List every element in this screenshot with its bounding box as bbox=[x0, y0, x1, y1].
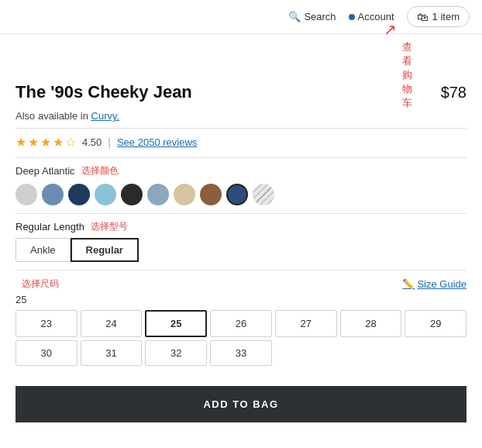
swatch-medium-blue[interactable] bbox=[42, 184, 64, 205]
cart-icon: 🛍 bbox=[417, 10, 429, 23]
length-label: Regular Length 选择型号 bbox=[15, 220, 467, 233]
size-guide-icon: ✏️ bbox=[402, 278, 415, 290]
size-30[interactable]: 30 bbox=[15, 340, 77, 366]
size-25[interactable]: 25 bbox=[145, 310, 207, 337]
star-half: ☆ bbox=[65, 135, 76, 150]
swatch-gray-stripe[interactable] bbox=[253, 184, 274, 205]
size-32[interactable]: 32 bbox=[145, 340, 207, 366]
swatch-tan[interactable] bbox=[174, 184, 195, 205]
swatch-black[interactable] bbox=[121, 184, 143, 205]
product-title: The '90s Cheeky Jean bbox=[15, 82, 192, 102]
size-annotation: 选择尺码 bbox=[22, 278, 59, 289]
size-31[interactable]: 31 bbox=[81, 340, 143, 366]
product-price: $78 bbox=[441, 84, 467, 102]
star-rating: ★ ★ ★ ★ ☆ bbox=[15, 135, 76, 150]
cart-item-count: 1 item bbox=[432, 11, 460, 22]
star-3: ★ bbox=[40, 135, 51, 150]
swatch-light-gray[interactable] bbox=[15, 184, 37, 205]
length-ankle-button[interactable]: Ankle bbox=[15, 238, 71, 262]
availability-line: Also available in Curvy. bbox=[15, 110, 467, 122]
size-section: 选择尺码 ✏️ Size Guide 25 23 24 25 26 27 28 … bbox=[15, 277, 467, 366]
cart-button[interactable]: 🛍 1 item bbox=[407, 6, 470, 27]
length-name: Regular Length bbox=[15, 221, 84, 233]
size-33[interactable]: 33 bbox=[210, 340, 272, 366]
cart-annotation-text: 查看购物车 bbox=[402, 40, 412, 110]
divider-2 bbox=[15, 157, 467, 158]
reviews-link[interactable]: See 2050 reviews bbox=[117, 136, 197, 148]
size-selected-value: 25 bbox=[15, 294, 467, 305]
length-options: Ankle Regular bbox=[15, 238, 467, 262]
star-1: ★ bbox=[15, 135, 26, 150]
annotation-arrow-icon: ↗ bbox=[384, 20, 397, 39]
search-icon: 🔍 bbox=[288, 11, 301, 22]
available-prefix: Also available in bbox=[15, 110, 91, 122]
color-swatches bbox=[15, 184, 467, 205]
color-annotation: 选择颜色 bbox=[81, 164, 119, 177]
size-guide-link[interactable]: ✏️ Size Guide bbox=[402, 278, 467, 290]
length-regular-button[interactable]: Regular bbox=[71, 238, 139, 262]
curvy-link[interactable]: Curvy. bbox=[91, 110, 120, 122]
account-dot-icon bbox=[349, 14, 355, 20]
swatch-deep-atlantic[interactable] bbox=[226, 184, 248, 205]
size-24[interactable]: 24 bbox=[81, 310, 143, 337]
size-guide-label: Size Guide bbox=[417, 278, 467, 290]
rating-row: ★ ★ ★ ★ ☆ 4.50 | See 2050 reviews bbox=[15, 135, 467, 150]
size-26[interactable]: 26 bbox=[210, 310, 272, 337]
search-button[interactable]: 🔍 Search bbox=[288, 11, 336, 22]
swatch-dark-navy[interactable] bbox=[68, 184, 90, 205]
size-header-left: 选择尺码 bbox=[15, 277, 59, 291]
size-grid: 23 24 25 26 27 28 29 30 31 32 33 bbox=[15, 310, 467, 366]
product-main: The '90s Cheeky Jean $78 Also available … bbox=[0, 73, 482, 438]
swatch-steel-blue[interactable] bbox=[147, 184, 169, 205]
header: 🔍 Search Account 🛍 1 item bbox=[0, 0, 482, 34]
rating-separator: | bbox=[108, 136, 111, 149]
annotation-area: ↗ 查看购物车 bbox=[0, 34, 482, 73]
swatch-brown[interactable] bbox=[200, 184, 222, 205]
length-section: Regular Length 选择型号 Ankle Regular bbox=[15, 220, 467, 262]
length-annotation: 选择型号 bbox=[91, 220, 128, 233]
star-4: ★ bbox=[53, 135, 64, 150]
star-2: ★ bbox=[28, 135, 39, 150]
swatch-light-blue[interactable] bbox=[95, 184, 116, 205]
search-label: Search bbox=[304, 11, 336, 22]
size-29[interactable]: 29 bbox=[405, 310, 467, 337]
size-27[interactable]: 27 bbox=[275, 310, 337, 337]
size-28[interactable]: 28 bbox=[340, 310, 402, 337]
color-section-label: Deep Atlantic 选择颜色 bbox=[15, 164, 467, 177]
divider-3 bbox=[15, 213, 467, 214]
size-header: 选择尺码 ✏️ Size Guide bbox=[15, 277, 467, 291]
divider-1 bbox=[15, 128, 467, 129]
divider-4 bbox=[15, 270, 467, 271]
rating-score: 4.50 bbox=[82, 136, 102, 148]
color-name: Deep Atlantic bbox=[15, 165, 75, 177]
add-to-bag-button[interactable]: ADD TO BAG bbox=[15, 386, 467, 422]
product-header: The '90s Cheeky Jean $78 bbox=[15, 82, 467, 102]
size-23[interactable]: 23 bbox=[15, 310, 77, 337]
